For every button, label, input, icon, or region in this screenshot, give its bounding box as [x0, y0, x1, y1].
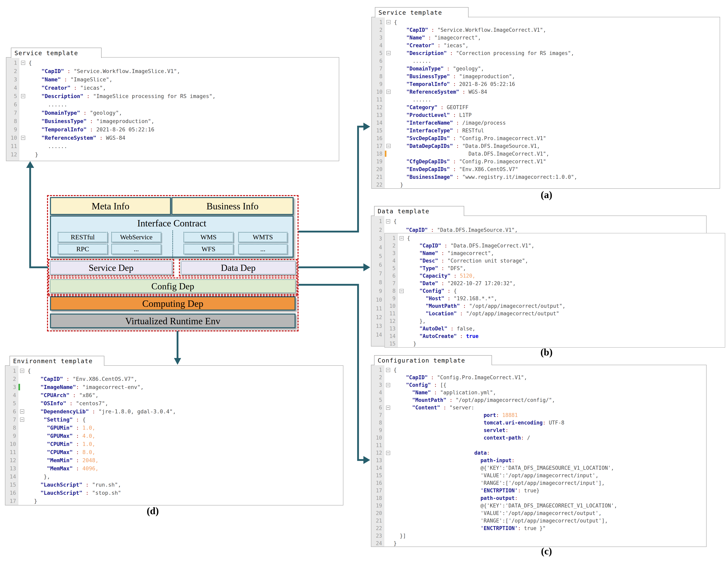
fold-collapse-icon	[20, 369, 24, 373]
tab-environment-template: Environment template	[10, 356, 104, 366]
figure-label-a: (a)	[532, 189, 561, 200]
code-line: 7 "DomainType" : "geology",	[6, 108, 339, 117]
computing-dep-box: Computing Dep	[50, 296, 296, 311]
code-area-data-template-inner: 1{2 "CapID" : "Data.DFS.ImageCorrect.V1"…	[385, 233, 725, 347]
code-line: 11	[371, 442, 706, 449]
fold-collapse-icon	[386, 219, 390, 223]
protocol-webservice-box: WebService	[111, 232, 161, 242]
code-line: 18 path-output:	[371, 494, 706, 502]
fold-collapse-icon	[400, 289, 404, 293]
service-dep-label: Service Dep	[89, 262, 133, 273]
code-line: 13 "ProductLevel" : L1TP	[372, 111, 720, 119]
code-line: 5 "Description" : "Correction processing…	[372, 49, 720, 57]
code-line: 14 },	[5, 473, 343, 481]
protocol-rpc-box: RPC	[58, 244, 108, 254]
code-line: 8 "BusinessType" : "imageproduction",	[372, 72, 720, 80]
fold-collapse-icon	[400, 236, 404, 240]
code-line: 4 "Creator" : "iecas",	[372, 41, 720, 49]
code-line: 7 port: 18881	[371, 411, 706, 419]
fold-collapse-icon	[386, 406, 390, 410]
protocol-restful-box: RESTful	[58, 232, 108, 242]
code-line: 9 "Host" : "192.168.*.*",	[385, 295, 725, 302]
tab-label: Service template	[14, 50, 78, 57]
code-line: 4 "Desc" : "Correction unit storage",	[385, 257, 725, 264]
code-line: 6 "Capacity" : 5120,	[385, 272, 725, 279]
code-line: 1{	[6, 59, 339, 67]
code-line: 20 'VALUE':'/opt/app/imagecorrect/output…	[371, 509, 706, 517]
code-line: 12 data:	[371, 449, 706, 457]
tab-label: Service template	[378, 9, 442, 16]
protocol-label: ...	[260, 245, 265, 253]
code-line: 1{	[5, 367, 343, 375]
virtualized-runtime-box: Virtualized Runtime Env	[50, 314, 296, 328]
arrowhead-left	[26, 161, 34, 168]
code-line: 12 }	[6, 150, 339, 158]
code-line: 16 "LauchScript" : "stop.sh"	[5, 489, 343, 497]
code-line: 14 "InterfaceName" : /image/process	[372, 119, 720, 127]
panel-service-template-left: 1{2 "CapID" : "Service.Workflow.ImageSli…	[6, 57, 339, 161]
code-line: 11 "CPUMax" : 8.0,	[5, 448, 343, 456]
figure-canvas: Service template 1{2 "CapID" : "Service.…	[0, 0, 728, 563]
code-line: 6 ......	[6, 100, 339, 108]
code-line: 2 "CapID" : "Service.Workflow.ImageCorre…	[372, 26, 720, 34]
fold-collapse-icon	[21, 136, 25, 140]
code-line: 21 'RANGE':['/opt/app/imagecorrect/outpu…	[371, 517, 706, 525]
config-dep-dashed-box: Config Dep	[48, 277, 298, 295]
code-line: 17 }	[5, 497, 343, 505]
service-dep-box: Service Dep	[50, 261, 172, 274]
code-line: 5 "Type" : "DFS",	[385, 264, 725, 272]
code-area-service-template-a: 1{2 "CapID" : "Service.Workflow.ImageCor…	[372, 17, 720, 188]
code-line: 10 "CPUMin" : 1.0,	[5, 440, 343, 448]
business-info-box: Business Info	[171, 197, 294, 215]
tab-service-template-a: Service template	[375, 7, 469, 17]
arrowhead-c	[363, 456, 370, 464]
code-line: 3 "Name" : "imagecorrect",	[372, 34, 720, 41]
code-line: 2 "CapID" : "Config.Pro.ImageCorrect.V1"…	[371, 374, 706, 381]
code-line: 1{	[385, 234, 725, 242]
code-line: 21 "BusinessImage" : "www.registry.it/im…	[372, 173, 720, 181]
protocol-group-divider	[172, 230, 173, 258]
orange-bookmark-marker	[385, 151, 386, 157]
protocol-wfs-box: WFS	[183, 244, 233, 254]
service-dep-dashed-box: Service Dep	[48, 259, 174, 276]
figure-label-b: (b)	[532, 346, 561, 358]
code-line: 16 "SvcDepCapIDs" : "Config.Pro.imagecor…	[372, 134, 720, 142]
tab-label: Environment template	[13, 358, 93, 365]
code-line: 4 "Creator" : "iecas",	[6, 83, 339, 92]
arrow-servicedep-to-service-template-left	[30, 168, 48, 267]
code-line: 14 "AutoCreate" : true	[385, 333, 725, 340]
code-line: 17 'ENCTRPTION': true}	[371, 487, 706, 494]
code-line: 6 "Content" : "server:	[371, 404, 706, 411]
code-line: 22 'ENCTRPTION': true }"	[371, 525, 706, 532]
code-line: 10 context-path: /	[371, 434, 706, 442]
code-line: 10 "MountPath" : "/opt/app/imagecorrect/…	[385, 302, 725, 310]
code-line: 19 @{'KEY':'DATA_DFS_IMAGECORRECT_V1_LOC…	[371, 502, 706, 509]
protocol-label: WFS	[202, 245, 215, 253]
meta-info-box: Meta Info	[50, 197, 171, 215]
fold-collapse-icon	[21, 94, 25, 98]
fold-collapse-icon	[386, 144, 391, 148]
config-dep-box: Config Dep	[50, 279, 296, 293]
data-dep-dashed-box: Data Dep	[179, 259, 298, 276]
code-line: 17 "DataDepCapIDs" : "Data.DFS.ImageSour…	[372, 142, 720, 150]
protocol-label: WMS	[200, 233, 216, 241]
protocol-label: WMTS	[253, 233, 273, 241]
panel-service-template-a: 1{2 "CapID" : "Service.Workflow.ImageCor…	[371, 17, 720, 189]
protocol-ellipsis-box-2: ...	[238, 244, 287, 254]
virtualized-runtime-label: Virtualized Runtime Env	[125, 316, 220, 327]
code-line: 12 "MemMin" : 2048,	[5, 456, 343, 464]
interface-contract-box: Interface Contract RESTful WebService WM…	[50, 215, 294, 257]
code-line: 8 tomcat.uri-encoding: UTF-8	[371, 419, 706, 427]
tab-data-template: Data template	[374, 206, 464, 216]
arrowhead-b	[363, 263, 370, 271]
code-line: 15 "InterfaceType" : RESTful	[372, 127, 720, 134]
fold-collapse-icon	[21, 61, 25, 65]
code-line: 13 "MemMax" : 4096,	[5, 464, 343, 473]
code-line: 12 },	[385, 317, 725, 325]
data-dep-label: Data Dep	[221, 262, 256, 273]
fold-collapse-icon	[20, 409, 24, 414]
protocol-label: RPC	[76, 245, 89, 253]
business-info-label: Business Info	[206, 201, 259, 211]
tab-label: Configuration template	[378, 357, 465, 364]
code-line: 18 Data.DFS.ImageCorrect.V1",	[372, 150, 720, 157]
